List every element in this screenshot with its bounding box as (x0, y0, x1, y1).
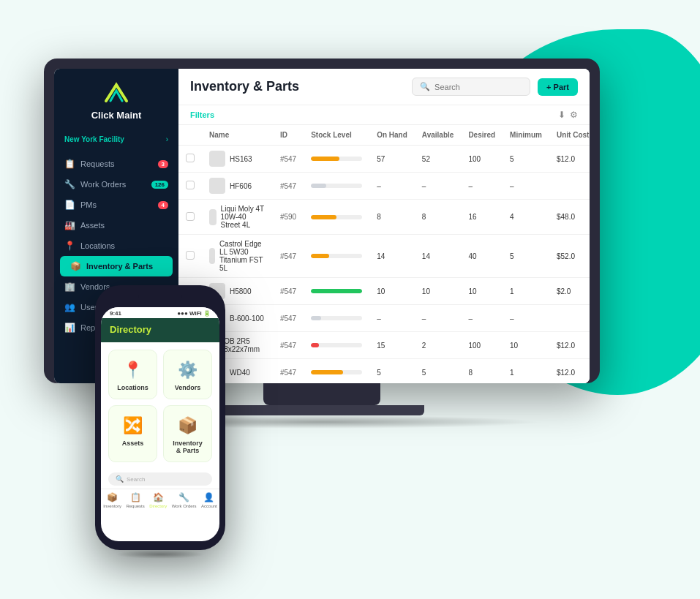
row-checkbox[interactable] (178, 235, 202, 278)
row-minimum: 5 (503, 235, 549, 278)
row-minimum: 5 (503, 146, 549, 173)
phone-nav-label: Directory (149, 504, 167, 508)
item-name-text: WD40 (230, 369, 250, 377)
item-name-text: B-600-100 (230, 314, 264, 323)
workorders-badge: 126 (151, 181, 168, 189)
sidebar-label-inventory: Inventory & Parts (86, 262, 153, 271)
phone-grid-label: Vendors (175, 384, 201, 391)
stock-bar-wrap (311, 343, 362, 347)
col-check (178, 125, 202, 146)
sidebar-item-assets[interactable]: 🏭 Assets (54, 215, 178, 236)
add-part-button[interactable]: + Part (538, 78, 578, 96)
row-unitcost: $12.0 (549, 359, 590, 384)
row-unitcost (549, 305, 590, 332)
table-row: OB 2R5 8x22x7mm #547 15 2 100 10 $12.0 (178, 332, 590, 359)
workorders-icon: 🔧 (64, 179, 75, 189)
phone-search[interactable]: 🔍 Search (108, 472, 212, 486)
stock-bar-wrap (311, 157, 362, 161)
phone-nav-account[interactable]: 👤 Account (201, 492, 217, 508)
sidebar-item-inventory[interactable]: 📦 Inventory & Parts (60, 256, 173, 276)
sidebar-label-requests: Requests (80, 159, 114, 168)
assets-icon: 🏭 (64, 220, 75, 230)
phone-header: Directory (101, 318, 219, 342)
item-name-text: H5800 (230, 287, 251, 295)
row-id: #547 (273, 278, 304, 305)
row-available: 5 (415, 359, 462, 384)
phone-grid-item-vendors[interactable]: ⚙️ Vendors (163, 350, 212, 399)
filters-label[interactable]: Filters (190, 110, 214, 119)
row-stock (304, 200, 369, 235)
row-checkbox[interactable] (178, 173, 202, 200)
row-checkbox[interactable] (178, 146, 202, 173)
phone-outer: 9:41 ●●● WiFi 🔋 Directory 📍 Locations ⚙️… (95, 285, 225, 550)
phone-grid-icon: 🔀 (123, 416, 143, 435)
row-stock (304, 278, 369, 305)
users-icon: 👥 (64, 302, 75, 312)
phone-signal: ●●● WiFi 🔋 (177, 310, 211, 317)
phone-grid: 📍 Locations ⚙️ Vendors 🔀 Assets 📦 Invent… (101, 342, 219, 470)
settings-icon[interactable]: ⚙ (570, 110, 578, 120)
stock-bar (311, 184, 326, 188)
stock-bar (311, 215, 336, 219)
phone-status-bar: 9:41 ●●● WiFi 🔋 (101, 307, 219, 318)
sidebar-item-workorders[interactable]: 🔧 Work Orders 126 (54, 174, 178, 195)
col-unitcost[interactable]: Unit Cost (549, 125, 590, 146)
requests-icon: 📋 (64, 159, 75, 169)
scene: Click Maint New York Facility › 📋 Reques… (0, 0, 700, 599)
table-row: HF606 #547 – – – – (178, 173, 590, 200)
phone-grid-item-assets[interactable]: 🔀 Assets (108, 405, 157, 462)
phone-grid-item-inventory-&-parts[interactable]: 📦 Inventory & Parts (163, 405, 212, 462)
stock-bar-wrap (311, 289, 362, 293)
phone-nav-icon: 👤 (203, 492, 214, 502)
item-name-text: OB 2R5 8x22x7mm (224, 337, 266, 353)
phone-notch (138, 294, 182, 303)
phone-grid-item-locations[interactable]: 📍 Locations (108, 350, 157, 399)
main-content: Inventory & Parts 🔍 + Part Filters (178, 69, 590, 383)
phone-nav-icon: 📋 (130, 492, 141, 502)
row-stock (304, 305, 369, 332)
phone-screen: 9:41 ●●● WiFi 🔋 Directory 📍 Locations ⚙️… (101, 307, 219, 541)
col-name[interactable]: Name (202, 125, 273, 146)
phone-nav-icon: 🔧 (178, 492, 189, 502)
row-desired: 16 (461, 200, 503, 235)
phone-time: 9:41 (110, 310, 121, 317)
sidebar-item-requests[interactable]: 📋 Requests 3 (54, 154, 178, 174)
requests-badge: 3 (158, 160, 168, 168)
phone-search-text: Search (127, 476, 145, 483)
stock-bar (311, 157, 339, 161)
phone-nav-directory[interactable]: 🏠 Directory (149, 492, 167, 508)
sidebar-item-locations[interactable]: 📍 Locations (54, 236, 178, 256)
facility-row[interactable]: New York Facility › (54, 131, 178, 148)
phone-nav-inventory[interactable]: 📦 Inventory (103, 492, 121, 508)
row-checkbox[interactable] (178, 200, 202, 235)
table-row: HS163 #547 57 52 100 5 $12.0 (178, 146, 590, 173)
col-stock[interactable]: Stock Level (304, 125, 369, 146)
col-id[interactable]: ID (273, 125, 304, 146)
topbar: Inventory & Parts 🔍 + Part (178, 69, 590, 105)
reports-icon: 📊 (64, 323, 75, 333)
row-id: #547 (273, 332, 304, 359)
row-name: Castrol Edge LL 5W30 Titanium FST 5L (202, 235, 273, 278)
sidebar-logo: Click Maint (54, 80, 178, 121)
phone-shadow (116, 550, 204, 559)
stock-bar-wrap (311, 184, 362, 188)
table-header-row: Name ID Stock Level On Hand Available De… (178, 125, 590, 146)
col-available[interactable]: Available (415, 125, 462, 146)
item-thumbnail (209, 209, 217, 225)
row-minimum: 4 (503, 200, 549, 235)
col-minimum[interactable]: Minimum (503, 125, 549, 146)
col-desired[interactable]: Desired (461, 125, 503, 146)
sidebar-item-pms[interactable]: 📄 PMs 4 (54, 195, 178, 215)
row-unitcost: $12.0 (549, 146, 590, 173)
item-name-text: Castrol Edge LL 5W30 Titanium FST 5L (219, 240, 266, 272)
phone-nav-work-orders[interactable]: 🔧 Work Orders (172, 492, 197, 508)
sidebar-label-pms: PMs (80, 200, 97, 209)
search-input[interactable] (434, 83, 522, 91)
download-icon[interactable]: ⬇ (558, 110, 565, 120)
search-box[interactable]: 🔍 (412, 78, 530, 96)
row-available: 14 (415, 235, 462, 278)
col-onhand[interactable]: On Hand (369, 125, 415, 146)
phone-nav-requests[interactable]: 📋 Requests (126, 492, 144, 508)
row-desired: – (461, 173, 503, 200)
row-desired: 100 (461, 146, 503, 173)
